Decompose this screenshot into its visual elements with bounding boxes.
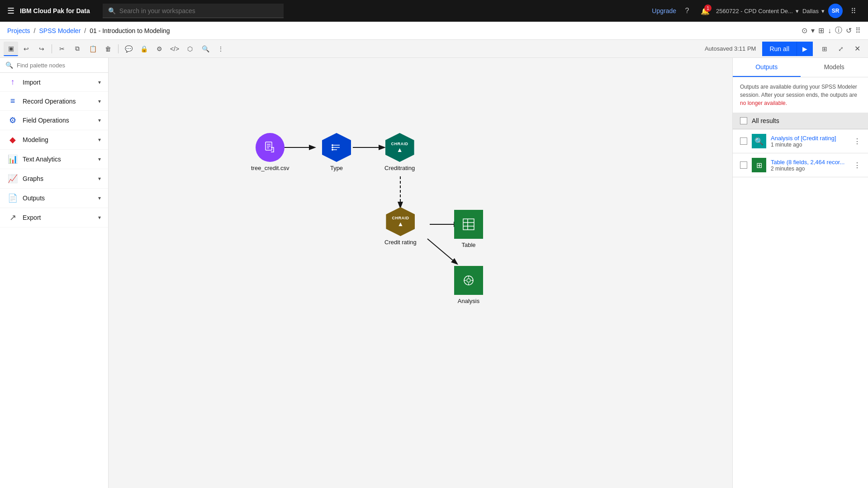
run-all-button[interactable]: Run all ▶: [762, 42, 813, 56]
result-more-icon-2[interactable]: ⋮: [854, 161, 861, 170]
account-selector[interactable]: 2560722 - CPD Content De... ▾: [716, 8, 799, 14]
breadcrumb-actions: ⊙ ▾ ⊞ ↓ ⓘ ↺ ⠿: [802, 26, 861, 35]
right-panel: Outputs Models Outputs are available dur…: [732, 58, 868, 488]
sidebar-item-label: Outputs: [23, 194, 94, 202]
copy-button[interactable]: ⧉: [70, 42, 85, 56]
result-checkbox-1[interactable]: [740, 137, 747, 145]
sidebar-item-import[interactable]: ↑ Import ▾: [0, 73, 108, 92]
credit-rating-label: Credit rating: [384, 239, 417, 246]
help-icon[interactable]: ?: [680, 4, 694, 18]
flow-button[interactable]: ⬡: [183, 42, 197, 56]
paste-button[interactable]: 📋: [85, 42, 100, 56]
all-results-checkbox[interactable]: [740, 117, 747, 124]
apps-icon[interactable]: ⠿: [846, 4, 861, 18]
result-info-analysis: Analysis of [Credit rating] 1 minute ago: [771, 135, 849, 148]
node-table[interactable]: Table: [454, 210, 483, 248]
sidebar-item-label: Graphs: [23, 175, 94, 182]
breadcrumb-projects[interactable]: Projects: [7, 27, 30, 34]
sidebar-item-record-operations[interactable]: ≡ Record Operations ▾: [0, 92, 108, 111]
history-icon[interactable]: ↺: [846, 26, 852, 35]
import-icon: ↑: [7, 77, 18, 87]
comment-button[interactable]: 💬: [121, 42, 136, 56]
tab-outputs[interactable]: Outputs: [733, 58, 801, 77]
sidebar-item-modeling[interactable]: ◆ Modeling ▾: [0, 130, 108, 150]
node-tree-credit[interactable]: tree_credit.csv: [251, 133, 289, 171]
breadcrumb-chevron-icon[interactable]: ▾: [811, 26, 815, 35]
toolbar-separator-1: [52, 44, 52, 53]
result-time-analysis: 1 minute ago: [771, 142, 849, 148]
sidebar-item-field-operations[interactable]: ⚙ Field Operations ▾: [0, 111, 108, 130]
all-results-row[interactable]: All results: [733, 113, 868, 129]
breadcrumb: Projects / SPSS Modeler / 01 - Introduct…: [0, 22, 868, 40]
analysis-label: Analysis: [458, 298, 479, 304]
table-shape: [454, 210, 483, 239]
lock-button[interactable]: 🔒: [137, 42, 151, 56]
more-button[interactable]: ⋮: [213, 42, 228, 56]
canvas-toolbar: ▣ ↩ ↪ ✂ ⧉ 📋 🗑 💬 🔒 ⚙ </> ⬡ 🔍 ⋮ Autosaved …: [0, 40, 868, 58]
breadcrumb-modeler[interactable]: SPSS Modeler: [39, 27, 81, 34]
result-info-table: Table (8 fields, 2,464 recor... 2 minute…: [771, 159, 849, 172]
code-button[interactable]: </>: [167, 42, 182, 56]
svg-point-12: [332, 144, 333, 146]
svg-point-14: [332, 149, 333, 151]
grid-icon[interactable]: ⠿: [855, 26, 861, 35]
zoom-button[interactable]: 🔍: [198, 42, 213, 56]
analysis-shape: [454, 266, 483, 295]
notifications-button[interactable]: 🔔 1: [698, 4, 712, 18]
node-credit-rating[interactable]: CHRAID ▲ Credit rating: [384, 207, 417, 246]
environment-icon[interactable]: ⊙: [802, 26, 807, 35]
palette-search-input[interactable]: [17, 62, 103, 69]
region-selector[interactable]: Dallas ▾: [802, 8, 825, 14]
account-chevron-icon: ▾: [796, 8, 799, 14]
sidebar-item-label: Import: [23, 79, 94, 86]
sidebar-item-graphs[interactable]: 📈 Graphs ▾: [0, 169, 108, 189]
flow-canvas[interactable]: tree_credit.csv Type CHRAID: [109, 58, 732, 488]
creditrating-label: Creditrating: [384, 165, 415, 171]
result-item-analysis: 🔍 Analysis of [Credit rating] 1 minute a…: [733, 129, 868, 153]
toolbar-separator-2: [118, 44, 119, 53]
sidebar-item-export[interactable]: ↗ Export ▾: [0, 208, 108, 227]
flow-arrows: [109, 58, 732, 488]
view-icon[interactable]: ⊞: [818, 26, 824, 35]
panel-toggle-button[interactable]: ⊞: [817, 42, 832, 56]
info-icon[interactable]: ⓘ: [835, 26, 842, 35]
result-title-analysis[interactable]: Analysis of [Credit rating]: [771, 135, 849, 142]
redo-button[interactable]: ↪: [34, 42, 49, 56]
result-item-table: ⊞ Table (8 fields, 2,464 recor... 2 minu…: [733, 153, 868, 177]
delete-button[interactable]: 🗑: [101, 42, 115, 56]
tab-models[interactable]: Models: [801, 58, 868, 77]
export-chevron-icon: ▾: [98, 214, 101, 221]
field-operations-icon: ⚙: [7, 115, 18, 125]
node-creditrating[interactable]: CHRAID ▲ Creditrating: [384, 133, 415, 171]
svg-point-13: [332, 147, 333, 148]
breadcrumb-current: 01 - Introduction to Modeling: [90, 27, 170, 34]
filter-button[interactable]: ⚙: [152, 42, 166, 56]
result-title-table[interactable]: Table (8 fields, 2,464 recor...: [771, 159, 849, 166]
export-icon: ↗: [7, 213, 18, 223]
select-tool-button[interactable]: ▣: [4, 42, 18, 56]
node-type[interactable]: Type: [322, 133, 351, 171]
sidebar-item-text-analytics[interactable]: 📊 Text Analytics ▾: [0, 150, 108, 169]
table-label: Table: [461, 242, 475, 248]
download-icon[interactable]: ↓: [828, 27, 831, 35]
creditrating-shape: CHRAID ▲: [385, 133, 414, 162]
global-search[interactable]: 🔍: [103, 4, 284, 18]
undo-button[interactable]: ↩: [19, 42, 33, 56]
sidebar-item-outputs[interactable]: 📄 Outputs ▾: [0, 189, 108, 208]
hamburger-menu[interactable]: ☰: [7, 6, 14, 16]
field-chevron-icon: ▾: [98, 117, 101, 123]
palette-search[interactable]: 🔍: [0, 58, 108, 73]
expand-button[interactable]: ⤢: [834, 42, 848, 56]
app-title: IBM Cloud Pak for Data: [20, 7, 90, 14]
avatar[interactable]: SR: [828, 4, 843, 18]
upgrade-button[interactable]: Upgrade: [652, 7, 676, 14]
panel-tabs: Outputs Models: [733, 58, 868, 77]
result-checkbox-2[interactable]: [740, 161, 747, 169]
result-more-icon-1[interactable]: ⋮: [854, 137, 861, 146]
search-input[interactable]: [119, 7, 278, 14]
node-analysis[interactable]: Analysis: [454, 266, 483, 304]
credit-rating-shape: CHRAID ▲: [386, 207, 415, 236]
close-panel-button[interactable]: ✕: [850, 42, 864, 56]
cut-button[interactable]: ✂: [55, 42, 69, 56]
tree-credit-label: tree_credit.csv: [251, 165, 289, 171]
